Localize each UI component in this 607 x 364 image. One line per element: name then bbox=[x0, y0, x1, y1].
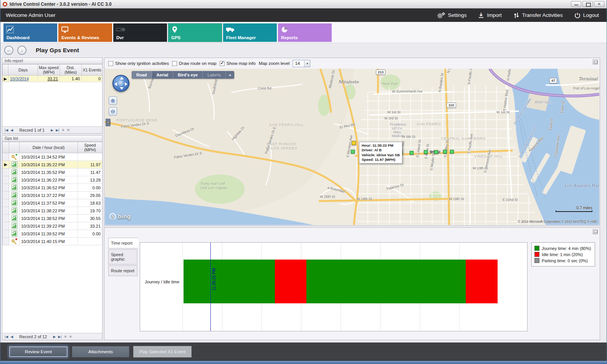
column-header[interactable] bbox=[3, 142, 9, 153]
gps-row[interactable]: 10/3/2014 11:34:52 PM bbox=[3, 153, 103, 161]
append-record-icon[interactable]: ✚ bbox=[61, 128, 65, 132]
tab-time-report[interactable]: Time report bbox=[108, 238, 138, 248]
power-icon bbox=[574, 12, 581, 18]
map-label: Mary bbox=[394, 130, 401, 134]
map-label: Peck Park bbox=[382, 82, 398, 86]
map-label: Providence bbox=[390, 122, 406, 126]
prev-record-icon[interactable]: ◀ bbox=[10, 128, 13, 132]
gps-point-marker[interactable] bbox=[424, 150, 428, 154]
map-label: PORTUGUESE BEND bbox=[116, 118, 157, 122]
import-button[interactable]: Import bbox=[478, 12, 501, 18]
prev-record-icon[interactable]: ◀ bbox=[10, 335, 13, 339]
pan-up-icon[interactable] bbox=[120, 77, 124, 79]
delete-record-icon[interactable]: ✖ bbox=[67, 128, 70, 132]
review-event-button[interactable]: Review Event bbox=[9, 346, 68, 357]
time-marker-line[interactable]: 11:35:22 PM bbox=[210, 243, 211, 331]
gps-row[interactable]: ▶10/3/2014 11:35:22 PM11.97 bbox=[3, 161, 103, 169]
day-link[interactable]: 10/3/2014 bbox=[10, 76, 29, 81]
checkbox-label: Show only ignition activities bbox=[115, 61, 169, 66]
map-collapse-button[interactable] bbox=[593, 60, 598, 65]
pan-down-icon[interactable] bbox=[120, 87, 124, 90]
column-header[interactable] bbox=[3, 65, 8, 76]
zoom-in-button[interactable]: ⊕ bbox=[109, 96, 117, 105]
window-bottom-edge bbox=[0, 361, 607, 364]
tab-reports[interactable]: Reports bbox=[278, 23, 332, 42]
gps-row[interactable]: 10/3/2014 11:37:52 PM18.63 bbox=[3, 199, 103, 207]
checkbox-box[interactable] bbox=[172, 61, 177, 66]
gps-row[interactable]: 10/3/2014 11:39:52 PM0.00 bbox=[3, 230, 103, 238]
gps-row[interactable]: 10/3/2014 11:40:15 PM bbox=[3, 238, 103, 245]
gps-row[interactable]: 10/3/2014 11:38:22 PM19.70 bbox=[3, 207, 103, 215]
gps-row[interactable]: 10/3/2014 11:36:52 PM0.00 bbox=[3, 184, 103, 192]
checkbox-box[interactable] bbox=[108, 61, 113, 66]
map-zoom-select[interactable]: 14 ▼ bbox=[293, 60, 310, 67]
settings-button[interactable]: Settings bbox=[437, 12, 467, 19]
map-pan-compass[interactable] bbox=[112, 75, 129, 92]
checkbox-box[interactable] bbox=[220, 61, 225, 66]
map-side-tab[interactable]: › bbox=[106, 119, 111, 126]
tab-dashboard[interactable]: Dashboard bbox=[3, 23, 57, 42]
last-record-icon[interactable]: ▶| bbox=[58, 335, 61, 339]
gps-point-icon bbox=[11, 169, 18, 174]
next-record-icon[interactable]: ▶ bbox=[51, 128, 53, 132]
play-selected-x1-event-button[interactable]: Play Selected X1 Event bbox=[133, 346, 192, 357]
transfer-activities-button[interactable]: Transfer Activities bbox=[513, 12, 563, 18]
collapse-chevron-icon[interactable]: « bbox=[226, 71, 234, 79]
gps-row[interactable]: 10/3/2014 11:39:22 PM33.21 bbox=[3, 222, 103, 230]
tab-dvr[interactable]: Dvr bbox=[113, 23, 167, 42]
map-style-aerial[interactable]: Aerial bbox=[152, 71, 174, 79]
tab-gps[interactable]: GPS bbox=[168, 23, 222, 42]
column-header-date[interactable]: Date / hour (local) bbox=[20, 142, 78, 153]
zoom-out-button[interactable]: ⊖ bbox=[109, 107, 117, 116]
down-arrow-button[interactable] bbox=[17, 46, 26, 55]
gps-row[interactable]: 10/3/2014 11:36:22 PM13.28 bbox=[3, 176, 103, 184]
delete-record-icon[interactable]: ✖ bbox=[69, 335, 72, 339]
back-arrow-button[interactable] bbox=[4, 46, 13, 55]
column-header-dist[interactable]: Dist. (Miles) bbox=[60, 65, 82, 76]
close-button[interactable] bbox=[594, 1, 604, 7]
column-header-icon[interactable] bbox=[9, 142, 20, 153]
tab-fleet-manager[interactable]: Fleet Manager bbox=[223, 23, 277, 42]
pan-right-icon[interactable] bbox=[125, 82, 127, 86]
checkbox-show-map-info[interactable]: Show map info bbox=[220, 61, 256, 66]
gps-row[interactable]: 10/3/2014 11:35:52 PM11.47 bbox=[3, 169, 103, 176]
tab-events-reviews[interactable]: Events & Reviews bbox=[58, 23, 112, 42]
pan-left-icon[interactable] bbox=[114, 82, 117, 86]
minimize-button[interactable] bbox=[571, 1, 581, 7]
tab-speed-graphic[interactable]: Speed graphic bbox=[108, 249, 137, 265]
legend-label: Idle time: 1 min (20%) bbox=[542, 252, 583, 257]
info-report-row[interactable]: ▶ 10/3/2014 33.21 1.40 0 bbox=[3, 76, 103, 82]
map-style-birds-eye[interactable]: Bird's eye bbox=[173, 71, 203, 79]
tab-route-report[interactable]: Route report bbox=[108, 265, 137, 276]
time-marker-label: 11:35:22 PM bbox=[212, 268, 216, 291]
checkbox-draw-route[interactable]: Draw route on map bbox=[172, 61, 217, 66]
checkbox-show-only-ignition[interactable]: Show only ignition activities bbox=[108, 61, 169, 66]
column-header-speed[interactable]: Speed (MPH) bbox=[78, 142, 103, 153]
gps-row[interactable]: 10/3/2014 11:38:52 PM30.55 bbox=[3, 215, 103, 222]
selected-point-marker[interactable] bbox=[352, 141, 356, 145]
chart-collapse-button[interactable] bbox=[593, 229, 598, 234]
max-speed-value[interactable]: 33.21 bbox=[47, 76, 58, 81]
attachments-button[interactable]: Attachments bbox=[72, 346, 129, 357]
next-record-icon[interactable]: ▶ bbox=[53, 335, 56, 339]
maximize-button[interactable] bbox=[582, 1, 593, 7]
gps-point-marker[interactable] bbox=[450, 150, 454, 154]
gps-point-marker[interactable] bbox=[410, 151, 413, 155]
tooltip-hour: Hour: 11:35:22 PM bbox=[362, 143, 400, 148]
gps-point-marker[interactable] bbox=[443, 150, 447, 154]
gps-point-marker[interactable] bbox=[351, 150, 355, 154]
map-style-labels[interactable]: Labels bbox=[203, 71, 226, 79]
last-record-icon[interactable]: ▶| bbox=[56, 128, 59, 132]
first-record-icon[interactable]: |◀ bbox=[5, 128, 8, 132]
column-header-days[interactable]: Days bbox=[8, 65, 38, 76]
chevron-down-icon[interactable]: ▼ bbox=[304, 60, 310, 67]
column-header-max-speed[interactable]: Max speed (MPH) bbox=[38, 65, 60, 76]
bing-map[interactable]: MiralestePeck ParkW Summerland AveCrest … bbox=[105, 69, 599, 225]
column-header-x1-events[interactable]: X1 Events bbox=[82, 65, 103, 76]
append-record-icon[interactable]: ✚ bbox=[64, 335, 67, 339]
gps-row[interactable]: 10/3/2014 11:37:22 PM29.05 bbox=[3, 192, 103, 199]
logout-button[interactable]: Logout bbox=[574, 12, 599, 18]
map-style-road[interactable]: Road bbox=[132, 71, 152, 79]
gps-point-marker[interactable] bbox=[434, 150, 438, 154]
first-record-icon[interactable]: |◀ bbox=[5, 335, 8, 339]
